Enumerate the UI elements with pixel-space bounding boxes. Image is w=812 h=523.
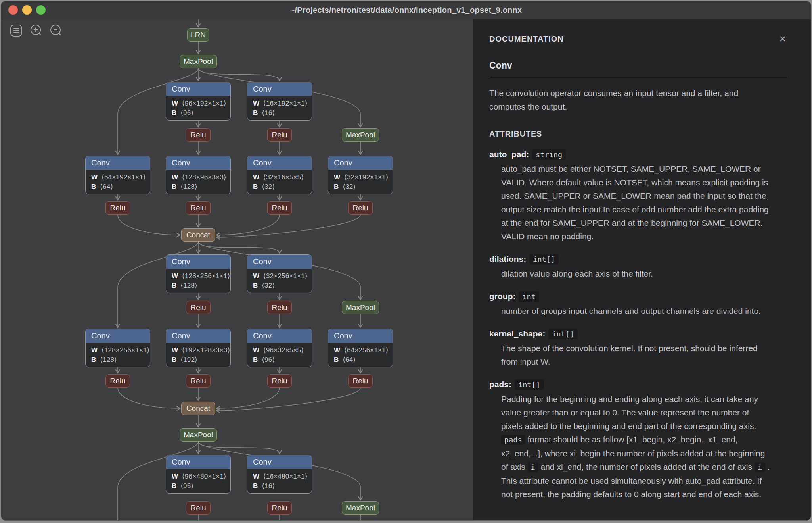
conv-param-b: B⟨96⟩ — [172, 108, 225, 118]
attribute-head: group:int — [489, 292, 787, 301]
conv-node-body: W⟨128×256×1×1⟩B⟨128⟩ — [86, 343, 150, 367]
conv-node-header: Conv — [328, 156, 393, 170]
graph-edges — [1, 19, 473, 520]
graph-node-conv[interactable]: ConvW⟨96×480×1×1⟩B⟨96⟩ — [166, 455, 231, 494]
attribute-block: kernel_shape:int[] The shape of the conv… — [489, 329, 787, 369]
conv-node-header: Conv — [166, 329, 230, 343]
graph-node-conv[interactable]: ConvW⟨64×192×1×1⟩B⟨64⟩ — [85, 156, 150, 194]
conv-node-body: W⟨96×480×1×1⟩B⟨96⟩ — [166, 469, 230, 493]
graph-node-concat[interactable]: Concat — [181, 402, 215, 415]
graph-edge — [118, 388, 180, 408]
graph-toolbar — [9, 23, 63, 38]
graph-node-maxpool[interactable]: MaxPool — [342, 501, 379, 515]
conv-param-b: B⟨32⟩ — [334, 182, 387, 192]
graph-node-concat[interactable]: Concat — [181, 228, 215, 242]
menu-button[interactable] — [9, 23, 23, 38]
graph-node-lrn[interactable]: LRN — [187, 28, 209, 42]
graph-node-relu[interactable]: Relu — [267, 374, 292, 388]
window-title: ~/Projects/netron/test/data/onnx/incepti… — [1, 1, 811, 19]
graph-node-conv[interactable]: ConvW⟨96×192×1×1⟩B⟨96⟩ — [166, 82, 231, 121]
conv-param-w: W⟨192×128×3×3⟩ — [172, 346, 225, 355]
graph-node-conv[interactable]: ConvW⟨128×96×3×3⟩B⟨128⟩ — [166, 156, 231, 194]
graph-node-conv[interactable]: ConvW⟨192×128×3×3⟩B⟨192⟩ — [166, 329, 231, 367]
graph-node-relu[interactable]: Relu — [186, 374, 211, 388]
attribute-head: kernel_shape:int[] — [489, 329, 787, 338]
conv-node-body: W⟨128×96×3×3⟩B⟨128⟩ — [166, 170, 230, 194]
attribute-description: Padding for the beginning and ending alo… — [501, 392, 772, 501]
conv-node-header: Conv — [86, 329, 150, 343]
conv-param-b: B⟨64⟩ — [91, 182, 144, 192]
conv-param-w: W⟨128×256×1×1⟩ — [91, 346, 144, 355]
graph-node-relu[interactable]: Relu — [105, 201, 130, 215]
panel-title: DOCUMENTATION — [489, 35, 564, 43]
conv-node-header: Conv — [247, 156, 312, 170]
graph-node-relu[interactable]: Relu — [105, 374, 130, 388]
conv-node-body: W⟨32×256×1×1⟩B⟨32⟩ — [247, 269, 312, 293]
graph-node-conv[interactable]: ConvW⟨32×256×1×1⟩B⟨32⟩ — [247, 254, 312, 293]
attribute-block: group:int number of groups input channel… — [489, 292, 787, 318]
attribute-description: number of groups input channels and outp… — [501, 304, 772, 318]
conv-node-body: W⟨16×480×1×1⟩B⟨16⟩ — [247, 469, 312, 493]
graph-canvas[interactable]: LRNMaxPoolConvW⟨96×192×1×1⟩B⟨96⟩ConvW⟨16… — [1, 19, 473, 520]
graph-node-conv[interactable]: ConvW⟨32×192×1×1⟩B⟨32⟩ — [328, 156, 393, 194]
graph-edge — [216, 388, 280, 408]
graph-node-conv[interactable]: ConvW⟨128×256×1×1⟩B⟨128⟩ — [85, 329, 150, 367]
graph-node-conv[interactable]: ConvW⟨96×32×5×5⟩B⟨96⟩ — [247, 329, 312, 367]
graph-node-relu[interactable]: Relu — [267, 501, 292, 515]
conv-param-w: W⟨16×192×1×1⟩ — [253, 99, 306, 108]
conv-param-b: B⟨192⟩ — [172, 355, 225, 365]
graph-node-relu[interactable]: Relu — [186, 201, 211, 215]
graph-node-maxpool[interactable]: MaxPool — [180, 428, 217, 442]
conv-param-w: W⟨96×32×5×5⟩ — [253, 346, 306, 355]
attribute-type: int[] — [515, 379, 544, 390]
conv-param-b: B⟨96⟩ — [253, 355, 306, 365]
zoom-in-button[interactable] — [29, 23, 43, 38]
graph-node-conv[interactable]: ConvW⟨16×192×1×1⟩B⟨16⟩ — [247, 82, 312, 121]
conv-node-body: W⟨32×16×5×5⟩B⟨32⟩ — [247, 170, 312, 194]
conv-node-header: Conv — [247, 329, 312, 343]
conv-node-header: Conv — [166, 255, 230, 269]
graph-node-maxpool[interactable]: MaxPool — [180, 55, 217, 68]
graph-node-conv[interactable]: ConvW⟨128×256×1×1⟩B⟨128⟩ — [166, 254, 231, 293]
graph-node-relu[interactable]: Relu — [348, 201, 373, 215]
graph-node-relu[interactable]: Relu — [186, 301, 211, 314]
close-panel-button[interactable]: × — [776, 32, 789, 46]
conv-node-header: Conv — [247, 255, 312, 269]
conv-param-w: W⟨32×256×1×1⟩ — [253, 271, 306, 281]
attribute-head: dilations:int[] — [489, 254, 787, 264]
conv-param-w: W⟨128×96×3×3⟩ — [172, 173, 225, 182]
graph-node-maxpool[interactable]: MaxPool — [342, 128, 379, 142]
attributes-list: auto_pad:string auto_pad must be either … — [489, 150, 787, 501]
graph-node-relu[interactable]: Relu — [267, 201, 292, 215]
graph-node-relu[interactable]: Relu — [186, 128, 211, 142]
conv-param-b: B⟨128⟩ — [91, 355, 144, 365]
attributes-heading: ATTRIBUTES — [489, 129, 787, 138]
conv-node-header: Conv — [247, 455, 312, 469]
graph-node-relu[interactable]: Relu — [348, 374, 373, 388]
graph-node-conv[interactable]: ConvW⟨64×256×1×1⟩B⟨64⟩ — [328, 329, 393, 367]
conv-node-body: W⟨32×192×1×1⟩B⟨32⟩ — [328, 170, 393, 194]
conv-node-header: Conv — [166, 455, 230, 469]
attribute-block: pads:int[] Padding for the beginning and… — [489, 380, 787, 501]
graph-node-relu[interactable]: Relu — [267, 128, 292, 142]
graph-node-maxpool[interactable]: MaxPool — [342, 301, 379, 314]
conv-param-w: W⟨32×192×1×1⟩ — [334, 173, 387, 182]
attribute-block: auto_pad:string auto_pad must be either … — [489, 150, 787, 243]
operator-description: The convolution operator consumes an inp… — [489, 87, 771, 113]
menu-icon — [10, 24, 23, 37]
conv-param-w: W⟨64×256×1×1⟩ — [334, 346, 387, 355]
graph-node-conv[interactable]: ConvW⟨16×480×1×1⟩B⟨16⟩ — [247, 455, 312, 494]
operator-name: Conv — [489, 60, 787, 71]
graph-node-relu[interactable]: Relu — [267, 301, 292, 314]
conv-node-body: W⟨64×256×1×1⟩B⟨64⟩ — [328, 343, 393, 367]
inline-code: i — [755, 462, 765, 472]
documentation-panel: DOCUMENTATION × Conv The convolution ope… — [473, 19, 811, 520]
attribute-head: pads:int[] — [489, 380, 787, 389]
zoom-in-icon — [29, 24, 43, 37]
attribute-name: kernel_shape: — [489, 329, 545, 338]
graph-node-conv[interactable]: ConvW⟨32×16×5×5⟩B⟨32⟩ — [247, 156, 312, 194]
divider — [489, 77, 787, 77]
inline-code: i — [528, 462, 538, 472]
zoom-out-button[interactable] — [49, 23, 63, 38]
graph-node-relu[interactable]: Relu — [186, 501, 211, 515]
